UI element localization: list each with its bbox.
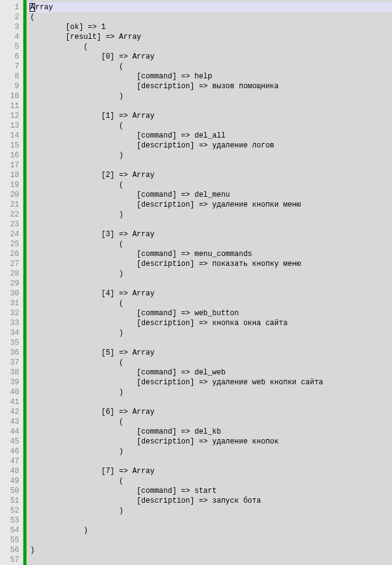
code-line[interactable]: [command] => start bbox=[28, 486, 392, 496]
line-number: 34 bbox=[1, 328, 19, 338]
code-line[interactable]: ( bbox=[28, 121, 392, 131]
code-line[interactable]: [command] => del_web bbox=[28, 368, 392, 377]
code-line[interactable]: ) bbox=[28, 526, 392, 535]
code-line[interactable]: [command] => del_kb bbox=[28, 427, 392, 437]
code-line[interactable]: [2] => Array bbox=[28, 170, 392, 180]
code-line[interactable]: ) bbox=[28, 387, 392, 397]
line-number: 24 bbox=[1, 229, 19, 239]
line-number: 3 bbox=[1, 22, 19, 32]
code-line[interactable]: [description] => показать кнопку меню bbox=[28, 259, 392, 269]
code-line[interactable]: [command] => help bbox=[28, 72, 392, 81]
line-number: 7 bbox=[1, 62, 19, 72]
line-number: 17 bbox=[1, 160, 19, 170]
code-line[interactable]: [4] => Array bbox=[28, 289, 392, 299]
code-line[interactable]: ( bbox=[28, 12, 392, 22]
code-line[interactable]: [description] => кнопка окна сайта bbox=[28, 318, 392, 328]
code-line[interactable] bbox=[28, 338, 392, 348]
line-number: 39 bbox=[1, 377, 19, 387]
code-line[interactable] bbox=[28, 456, 392, 466]
line-number: 11 bbox=[1, 101, 19, 111]
line-number: 48 bbox=[1, 466, 19, 476]
code-line[interactable] bbox=[28, 397, 392, 407]
code-line[interactable]: [ok] => 1 bbox=[28, 22, 392, 32]
code-line[interactable]: ) bbox=[28, 328, 392, 338]
line-number: 44 bbox=[1, 427, 19, 437]
line-number: 2 bbox=[1, 12, 19, 22]
code-line[interactable]: [command] => del_all bbox=[28, 131, 392, 141]
line-number: 49 bbox=[1, 476, 19, 486]
line-number: 51 bbox=[1, 496, 19, 506]
line-number: 38 bbox=[1, 368, 19, 377]
code-line[interactable]: [6] => Array bbox=[28, 407, 392, 417]
line-number: 56 bbox=[1, 545, 19, 555]
code-line[interactable]: ) bbox=[28, 447, 392, 456]
code-line[interactable] bbox=[28, 555, 392, 565]
line-number: 36 bbox=[1, 348, 19, 358]
code-line[interactable] bbox=[28, 516, 392, 526]
line-number: 40 bbox=[1, 387, 19, 397]
code-line[interactable]: ) bbox=[28, 269, 392, 279]
line-number: 4 bbox=[1, 32, 19, 42]
code-line[interactable]: ( bbox=[28, 417, 392, 427]
code-line[interactable]: ( bbox=[28, 62, 392, 72]
line-number: 1 bbox=[1, 2, 19, 12]
line-number: 35 bbox=[1, 338, 19, 348]
code-line[interactable]: ( bbox=[28, 42, 392, 52]
code-line[interactable]: [3] => Array bbox=[28, 229, 392, 239]
code-line[interactable]: [command] => del_menu bbox=[28, 190, 392, 200]
code-line[interactable] bbox=[28, 220, 392, 229]
code-line[interactable]: [result] => Array bbox=[28, 32, 392, 42]
code-line[interactable]: ( bbox=[28, 476, 392, 486]
line-number: 27 bbox=[1, 259, 19, 269]
code-line[interactable]: ) bbox=[28, 91, 392, 101]
line-number: 45 bbox=[1, 437, 19, 447]
line-number: 53 bbox=[1, 516, 19, 526]
line-number: 42 bbox=[1, 407, 19, 417]
line-number: 54 bbox=[1, 526, 19, 535]
code-line[interactable]: [command] => menu_commands bbox=[28, 249, 392, 259]
code-area[interactable]: Array( [ok] => 1 [result] => Array ( [0]… bbox=[23, 0, 392, 565]
code-line[interactable]: ( bbox=[28, 299, 392, 308]
code-line[interactable]: ) bbox=[28, 545, 392, 555]
code-line[interactable]: [1] => Array bbox=[28, 111, 392, 121]
line-number: 29 bbox=[1, 279, 19, 289]
code-line[interactable]: [description] => удаление логов bbox=[28, 141, 392, 151]
code-line[interactable] bbox=[28, 535, 392, 545]
code-line[interactable]: [description] => вызов помощника bbox=[28, 81, 392, 91]
code-line[interactable]: ) bbox=[28, 210, 392, 220]
code-line[interactable]: ) bbox=[28, 151, 392, 160]
code-line[interactable]: ) bbox=[28, 506, 392, 516]
code-line[interactable]: [0] => Array bbox=[28, 52, 392, 62]
line-number: 52 bbox=[1, 506, 19, 516]
code-line[interactable]: [description] => удаление кнопок bbox=[28, 437, 392, 447]
code-line[interactable] bbox=[28, 101, 392, 111]
code-line[interactable]: ( bbox=[28, 239, 392, 249]
line-number: 10 bbox=[1, 91, 19, 101]
line-number-gutter: 1234567891011121314151617181920212223242… bbox=[0, 0, 23, 565]
line-number: 43 bbox=[1, 417, 19, 427]
code-line[interactable]: [7] => Array bbox=[28, 466, 392, 476]
code-line[interactable]: Array bbox=[28, 2, 392, 12]
code-line[interactable]: ( bbox=[28, 180, 392, 190]
line-number: 47 bbox=[1, 456, 19, 466]
line-number: 16 bbox=[1, 151, 19, 160]
code-line[interactable]: [command] => web_button bbox=[28, 308, 392, 318]
code-line[interactable] bbox=[28, 160, 392, 170]
line-number: 12 bbox=[1, 111, 19, 121]
line-number: 31 bbox=[1, 299, 19, 308]
code-line[interactable]: [description] => запуск бота bbox=[28, 496, 392, 506]
code-line[interactable]: [description] => удаление кнопки меню bbox=[28, 200, 392, 210]
code-content[interactable]: Array( [ok] => 1 [result] => Array ( [0]… bbox=[27, 0, 392, 565]
line-number: 15 bbox=[1, 141, 19, 151]
code-line[interactable]: [description] => удаление web кнопки сай… bbox=[28, 377, 392, 387]
line-number: 32 bbox=[1, 308, 19, 318]
code-line[interactable] bbox=[28, 279, 392, 289]
line-number: 5 bbox=[1, 42, 19, 52]
line-number: 9 bbox=[1, 81, 19, 91]
code-line[interactable]: ( bbox=[28, 358, 392, 368]
line-number: 46 bbox=[1, 447, 19, 456]
code-line[interactable]: [5] => Array bbox=[28, 348, 392, 358]
line-number: 22 bbox=[1, 210, 19, 220]
line-number: 26 bbox=[1, 249, 19, 259]
line-number: 6 bbox=[1, 52, 19, 62]
